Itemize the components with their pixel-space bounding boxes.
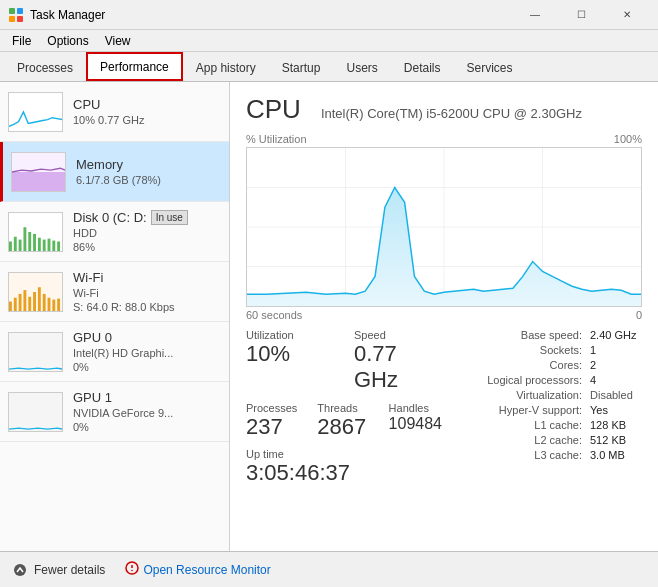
stats-row-1: Utilization 10% Speed 0.77 GHz: [246, 329, 442, 394]
info-key-base-speed: Base speed:: [452, 329, 582, 341]
disk0-info: Disk 0 (C: D: In use HDD 86%: [73, 210, 221, 253]
gpu1-label: GPU 1: [73, 390, 221, 405]
info-key-cores: Cores:: [452, 359, 582, 371]
info-val-l2: 512 KB: [590, 434, 626, 446]
memory-sublabel: 6.1/7.8 GB (78%): [76, 174, 221, 186]
sidebar-item-wifi[interactable]: Wi-Fi Wi-Fi S: 64.0 R: 88.0 Kbps: [0, 262, 229, 322]
svg-rect-0: [9, 8, 15, 14]
sidebar-item-memory[interactable]: Memory 6.1/7.8 GB (78%): [0, 142, 229, 202]
memory-label: Memory: [76, 157, 221, 172]
disk0-label: Disk 0 (C: D:: [73, 210, 147, 225]
info-l3: L3 cache: 3.0 MB: [452, 449, 642, 461]
info-hyperv: Hyper-V support: Yes: [452, 404, 642, 416]
tab-processes[interactable]: Processes: [4, 53, 86, 82]
open-resource-monitor-link[interactable]: Open Resource Monitor: [125, 561, 270, 578]
wifi-thumbnail: [8, 272, 63, 312]
wifi-label: Wi-Fi: [73, 270, 221, 285]
info-l1: L1 cache: 128 KB: [452, 419, 642, 431]
svg-rect-8: [23, 227, 26, 251]
maximize-button[interactable]: ☐: [558, 0, 604, 30]
memory-thumbnail: [11, 152, 66, 192]
stat-processes: Processes 237: [246, 402, 297, 440]
chevron-up-icon: [12, 562, 28, 578]
svg-rect-26: [57, 298, 60, 310]
disk0-sublabel: HDD: [73, 227, 221, 239]
in-use-badge: In use: [151, 210, 188, 225]
minimize-button[interactable]: —: [512, 0, 558, 30]
uptime-section: Up time 3:05:46:37: [246, 448, 442, 486]
gpu1-sublabel: NVIDIA GeForce 9...: [73, 407, 221, 419]
menu-view[interactable]: View: [97, 32, 139, 50]
svg-rect-1: [17, 8, 23, 14]
stats-area: Utilization 10% Speed 0.77 GHz Processes…: [246, 329, 642, 494]
cpu-chart-svg: [247, 148, 641, 306]
threads-label: Threads: [317, 402, 368, 414]
left-stats: Utilization 10% Speed 0.77 GHz Processes…: [246, 329, 442, 494]
cpu-info: CPU 10% 0.77 GHz: [73, 97, 221, 126]
menu-file[interactable]: File: [4, 32, 39, 50]
gpu0-sublabel2: 0%: [73, 361, 221, 373]
sidebar: CPU 10% 0.77 GHz Memory 6.1/7.8 GB (78%): [0, 82, 230, 551]
info-val-l3: 3.0 MB: [590, 449, 625, 461]
gpu1-info: GPU 1 NVIDIA GeForce 9... 0%: [73, 390, 221, 433]
memory-info: Memory 6.1/7.8 GB (78%): [76, 157, 221, 186]
fewer-details-label: Fewer details: [34, 563, 105, 577]
sidebar-item-gpu1[interactable]: GPU 1 NVIDIA GeForce 9... 0%: [0, 382, 229, 442]
info-val-logical-proc: 4: [590, 374, 596, 386]
window-title: Task Manager: [30, 8, 512, 22]
info-val-l1: 128 KB: [590, 419, 626, 431]
gpu1-sublabel2: 0%: [73, 421, 221, 433]
svg-rect-11: [38, 237, 41, 250]
right-panel: CPU Intel(R) Core(TM) i5-6200U CPU @ 2.3…: [230, 82, 658, 551]
tab-services[interactable]: Services: [454, 53, 526, 82]
svg-point-37: [132, 570, 134, 572]
svg-rect-21: [33, 292, 36, 311]
svg-rect-23: [43, 293, 46, 310]
info-val-hyperv: Yes: [590, 404, 608, 416]
info-key-logical-proc: Logical processors:: [452, 374, 582, 386]
svg-rect-25: [52, 299, 55, 310]
info-val-virtualization: Disabled: [590, 389, 633, 401]
uptime-value: 3:05:46:37: [246, 460, 442, 486]
tab-startup[interactable]: Startup: [269, 53, 334, 82]
threads-value: 2867: [317, 414, 368, 440]
sidebar-item-disk0[interactable]: Disk 0 (C: D: In use HDD 86%: [0, 202, 229, 262]
resource-monitor-icon: [125, 561, 139, 578]
tab-users[interactable]: Users: [333, 53, 390, 82]
info-key-sockets: Sockets:: [452, 344, 582, 356]
svg-rect-10: [33, 233, 36, 250]
processes-value: 237: [246, 414, 297, 440]
info-key-l3: L3 cache:: [452, 449, 582, 461]
wifi-sublabel2: S: 64.0 R: 88.0 Kbps: [73, 301, 221, 313]
info-key-l1: L1 cache:: [452, 419, 582, 431]
svg-point-34: [14, 564, 26, 576]
svg-rect-13: [48, 238, 51, 250]
svg-rect-5: [9, 241, 12, 251]
sidebar-item-cpu[interactable]: CPU 10% 0.77 GHz: [0, 82, 229, 142]
window-controls: — ☐ ✕: [512, 0, 650, 30]
gpu0-info: GPU 0 Intel(R) HD Graphi... 0%: [73, 330, 221, 373]
svg-rect-22: [38, 287, 41, 311]
info-cores: Cores: 2: [452, 359, 642, 371]
open-monitor-label: Open Resource Monitor: [143, 563, 270, 577]
cpu-label: CPU: [73, 97, 221, 112]
info-logical-proc: Logical processors: 4: [452, 374, 642, 386]
tab-app-history[interactable]: App history: [183, 53, 269, 82]
chart-area: [246, 147, 642, 307]
disk-thumbnail: [8, 212, 63, 252]
main-content: CPU 10% 0.77 GHz Memory 6.1/7.8 GB (78%): [0, 82, 658, 551]
sidebar-item-gpu0[interactable]: GPU 0 Intel(R) HD Graphi... 0%: [0, 322, 229, 382]
tab-performance[interactable]: Performance: [86, 52, 183, 81]
fewer-details-button[interactable]: Fewer details: [12, 562, 105, 578]
chart-time-left: 60 seconds: [246, 309, 302, 321]
svg-rect-17: [14, 297, 17, 310]
tab-details[interactable]: Details: [391, 53, 454, 82]
menu-options[interactable]: Options: [39, 32, 96, 50]
close-button[interactable]: ✕: [604, 0, 650, 30]
info-key-virtualization: Virtualization:: [452, 389, 582, 401]
svg-rect-12: [43, 239, 46, 250]
info-virtualization: Virtualization: Disabled: [452, 389, 642, 401]
info-l2: L2 cache: 512 KB: [452, 434, 642, 446]
info-val-base-speed: 2.40 GHz: [590, 329, 636, 341]
gpu1-thumbnail: [8, 392, 63, 432]
